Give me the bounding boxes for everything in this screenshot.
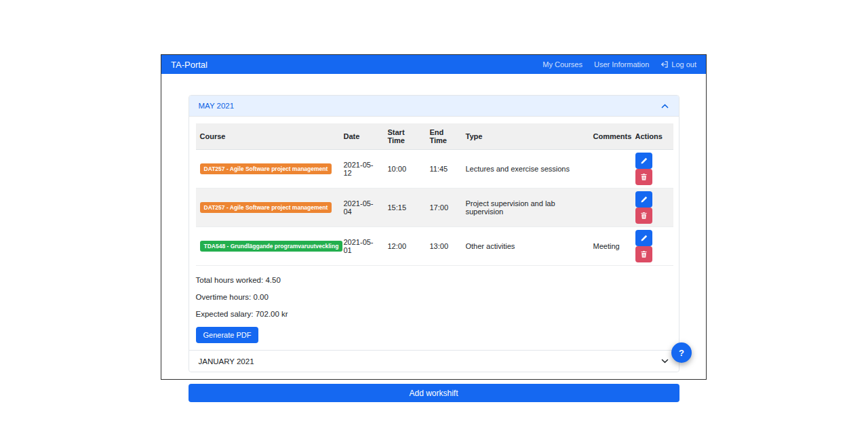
comments-cell [589,150,631,189]
main-content: MAY 2021 [161,74,706,402]
start-time-cell: 12:00 [384,227,426,266]
col-header-date: Date [340,123,384,150]
date-cell: 2021-05-01 [340,227,384,266]
start-time-cell: 10:00 [384,150,426,189]
add-workshift-button[interactable]: Add workshift [189,384,679,402]
delete-workshift-button[interactable] [635,169,652,185]
accordion-title: JANUARY 2021 [199,357,254,366]
col-header-actions: Actions [631,123,673,150]
total-hours-line: Total hours worked: 4.50 [196,276,672,284]
type-cell: Other activities [462,227,589,266]
table-row: TDA548 - Grundläggande programvaruutveck… [196,227,673,266]
pencil-icon [640,196,648,203]
start-time-cell: 15:15 [384,189,426,227]
accordion-item-may-2021: MAY 2021 [189,96,679,350]
edit-workshift-button[interactable] [635,153,652,169]
accordion-body-may-2021: Course Date Start Time End Time Type Com… [189,117,679,350]
accordion-title: MAY 2021 [199,102,235,110]
nav-user-information[interactable]: User Information [594,60,649,68]
edit-workshift-button[interactable] [635,230,652,246]
course-badge: TDA548 - Grundläggande programvaruutveck… [200,241,343,252]
col-header-start-time: Start Time [384,123,426,150]
nav-my-courses[interactable]: My Courses [542,60,583,68]
course-badge: DAT257 - Agile Software project manageme… [200,163,332,175]
comments-cell: Meeting [589,227,631,266]
logout-icon [660,60,669,68]
col-header-course: Course [196,123,340,150]
total-hours-value: 4.50 [265,276,280,284]
end-time-cell: 17:00 [426,189,462,227]
expected-salary-label: Expected salary: [196,310,254,318]
pencil-icon [640,235,648,242]
accordion-header-may-2021[interactable]: MAY 2021 [189,96,679,117]
chevron-up-icon [660,102,669,111]
end-time-cell: 13:00 [426,227,462,266]
course-badge: DAT257 - Agile Software project manageme… [200,202,332,214]
trash-icon [640,173,648,181]
accordion-header-january-2021[interactable]: JANUARY 2021 [189,351,679,372]
overtime-hours-label: Overtime hours: [196,293,252,301]
overtime-hours-value: 0.00 [254,293,269,301]
expected-salary-line: Expected salary: 702.00 kr [196,310,672,318]
type-cell: Lectures and exercise sessions [462,150,589,189]
trash-icon [640,250,648,258]
app-brand[interactable]: TA-Portal [171,60,208,70]
months-accordion: MAY 2021 [189,95,679,372]
col-header-type: Type [462,123,589,150]
end-time-cell: 11:45 [426,150,462,189]
date-cell: 2021-05-04 [340,189,384,227]
navbar-links: My Courses User Information Log out [542,60,696,68]
type-cell: Project supervision and lab supervision [462,189,589,227]
delete-workshift-button[interactable] [635,246,652,262]
table-row: DAT257 - Agile Software project manageme… [196,150,673,189]
app-window: TA-Portal My Courses User Information Lo… [161,54,707,380]
nav-log-out[interactable]: Log out [660,60,696,68]
workshift-table: Course Date Start Time End Time Type Com… [196,123,673,266]
expected-salary-value: 702.00 kr [256,310,288,318]
trash-icon [640,212,648,220]
total-hours-label: Total hours worked: [196,276,264,284]
date-cell: 2021-05-12 [340,150,384,189]
comments-cell [589,189,631,227]
navbar: TA-Portal My Courses User Information Lo… [161,55,706,74]
overtime-hours-line: Overtime hours: 0.00 [196,293,672,301]
table-row: DAT257 - Agile Software project manageme… [196,189,673,227]
help-button[interactable]: ? [671,342,692,363]
col-header-end-time: End Time [426,123,462,150]
col-header-comments: Comments [589,123,631,150]
generate-pdf-button[interactable]: Generate PDF [196,327,259,343]
accordion-item-january-2021: JANUARY 2021 [189,350,679,372]
chevron-down-icon [660,357,669,366]
delete-workshift-button[interactable] [635,208,652,224]
table-header-row: Course Date Start Time End Time Type Com… [196,123,673,150]
pencil-icon [640,157,648,165]
edit-workshift-button[interactable] [635,191,652,208]
month-summary: Total hours worked: 4.50 Overtime hours:… [196,276,672,318]
logout-label: Log out [671,60,696,68]
